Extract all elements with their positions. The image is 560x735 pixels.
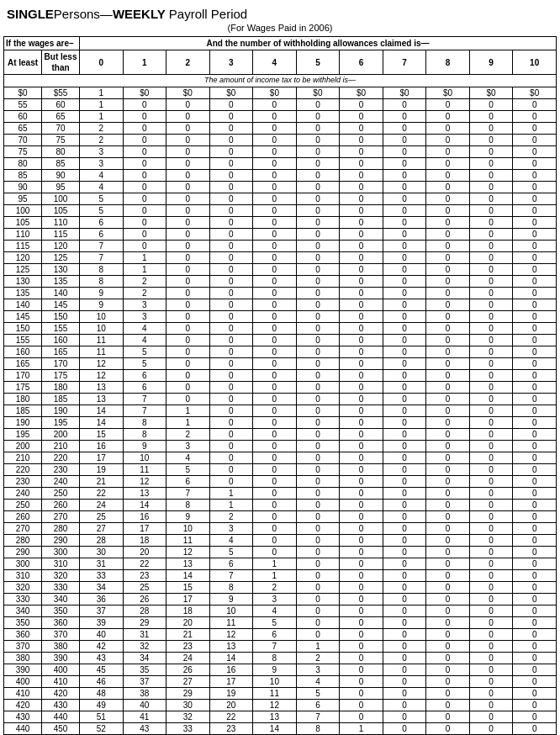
table-cell: 0 [426, 287, 470, 299]
table-cell: 0 [469, 145, 513, 157]
table-row: 360370403121126000000 [4, 628, 557, 640]
table-cell: 0 [513, 193, 557, 204]
table-cell: $0 [209, 87, 253, 98]
table-cell: 0 [340, 346, 383, 357]
table-row: 12012571000000000 [4, 251, 557, 263]
table-cell: 41 [123, 711, 166, 722]
table-cell: 0 [209, 98, 253, 110]
table-cell: 0 [383, 628, 426, 640]
table-cell: 0 [166, 310, 210, 322]
col-1-header: 1 [123, 50, 166, 75]
table-cell: 0 [296, 393, 340, 405]
table-cell: 0 [166, 393, 210, 405]
table-cell: 340 [4, 605, 42, 616]
table-cell: 11 [209, 616, 253, 628]
table-cell: 1 [340, 722, 383, 734]
table-cell: 0 [383, 134, 426, 145]
table-cell: 0 [469, 275, 513, 287]
table-cell: $0 [513, 87, 557, 98]
table-cell: 0 [296, 534, 340, 546]
table-cell: 0 [383, 369, 426, 381]
table-cell: 0 [426, 487, 470, 499]
table-cell: 1 [166, 416, 210, 428]
table-cell: 28 [80, 534, 124, 546]
table-cell: 7 [166, 487, 210, 499]
table-cell: 0 [469, 346, 513, 357]
table-cell: 270 [4, 522, 42, 534]
table-cell: 0 [340, 145, 383, 157]
table-cell: 0 [253, 405, 297, 416]
table-cell: 310 [4, 569, 42, 581]
table-cell: 0 [469, 169, 513, 181]
table-cell: 35 [123, 664, 166, 675]
table-cell: 0 [253, 287, 297, 299]
table-cell: 220 [4, 463, 42, 475]
table-cell: 0 [253, 240, 297, 251]
table-cell: 0 [296, 522, 340, 534]
table-cell: 0 [123, 193, 166, 204]
table-cell: 18 [123, 534, 166, 546]
table-cell: 0 [513, 346, 557, 357]
table-cell: 36 [80, 593, 124, 605]
table-cell: 190 [4, 416, 42, 428]
table-cell: 0 [513, 675, 557, 687]
table-cell: 0 [383, 475, 426, 487]
table-row: 160165115000000000 [4, 346, 557, 357]
table-cell: 110 [4, 228, 42, 240]
table-cell: 0 [426, 393, 470, 405]
table-cell: 0 [426, 440, 470, 452]
table-cell: 0 [426, 134, 470, 145]
table-cell: 310 [42, 558, 80, 569]
table-cell: 0 [253, 263, 297, 275]
table-cell: 0 [426, 628, 470, 640]
table-cell: 0 [209, 405, 253, 416]
table-cell: 370 [4, 640, 42, 652]
table-cell: 0 [296, 440, 340, 452]
table-row: 859040000000000 [4, 169, 557, 181]
table-cell: 0 [166, 110, 210, 122]
table-cell: $0 [166, 87, 210, 98]
table-cell: 4 [253, 605, 297, 616]
table-cell: 0 [383, 534, 426, 546]
table-cell: 18 [166, 605, 210, 616]
table-cell: 185 [42, 393, 80, 405]
table-row: 175180136000000000 [4, 381, 557, 393]
table-cell: 3 [123, 310, 166, 322]
table-cell: 0 [253, 369, 297, 381]
table-cell: 0 [296, 240, 340, 251]
table-cell: $55 [42, 87, 80, 98]
table-cell: 0 [340, 299, 383, 310]
table-cell: 2 [80, 134, 124, 145]
table-cell: 0 [383, 263, 426, 275]
allowances-header: And the number of withholding allowances… [80, 37, 557, 50]
table-cell: 0 [426, 558, 470, 569]
table-cell: 0 [340, 546, 383, 558]
table-cell: 0 [296, 169, 340, 181]
table-row: 707520000000000 [4, 134, 557, 145]
table-cell: 0 [340, 652, 383, 664]
table-cell: 430 [42, 699, 80, 711]
table-cell: 0 [253, 98, 297, 110]
table-cell: 320 [42, 569, 80, 581]
table-cell: 0 [513, 240, 557, 251]
table-cell: 0 [166, 334, 210, 346]
table-cell: 0 [166, 357, 210, 369]
table-cell: 280 [42, 522, 80, 534]
table-cell: 80 [42, 145, 80, 157]
table-cell: 440 [42, 711, 80, 722]
table-cell: 13 [209, 640, 253, 652]
table-row: 4004104637271710400000 [4, 675, 557, 687]
table-cell: 0 [340, 251, 383, 263]
table-cell: 0 [296, 322, 340, 334]
table-cell: 0 [340, 440, 383, 452]
table-cell: 0 [296, 110, 340, 122]
table-cell: 0 [469, 134, 513, 145]
table-cell: 0 [469, 204, 513, 216]
table-cell: 0 [383, 381, 426, 393]
table-cell: 0 [513, 628, 557, 640]
table-cell: 0 [340, 463, 383, 475]
table-cell: 3 [80, 145, 124, 157]
table-cell: 360 [4, 628, 42, 640]
table-cell: 0 [253, 346, 297, 357]
table-cell: 0 [166, 228, 210, 240]
